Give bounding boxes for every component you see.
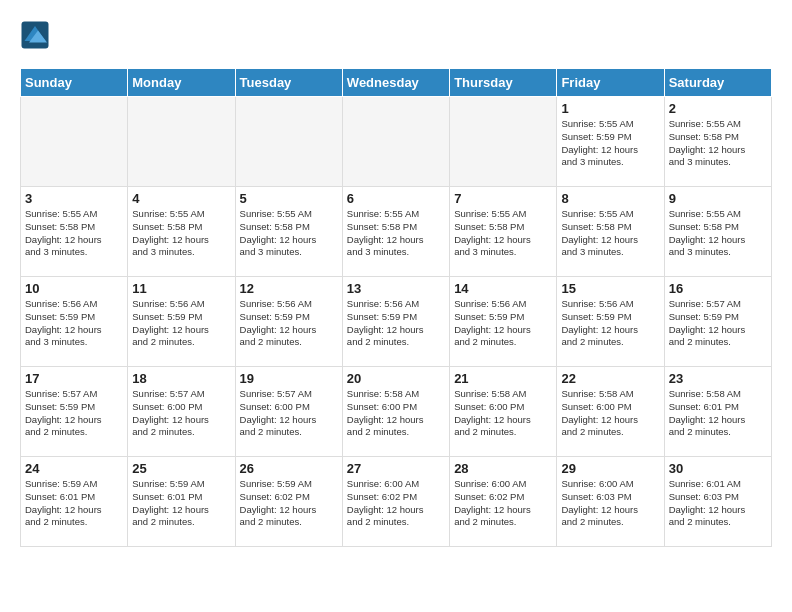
day-number: 10 bbox=[25, 281, 123, 296]
day-info: Sunrise: 5:55 AM Sunset: 5:59 PM Dayligh… bbox=[561, 118, 659, 169]
calendar-cell: 12Sunrise: 5:56 AM Sunset: 5:59 PM Dayli… bbox=[235, 277, 342, 367]
day-number: 12 bbox=[240, 281, 338, 296]
calendar-cell: 30Sunrise: 6:01 AM Sunset: 6:03 PM Dayli… bbox=[664, 457, 771, 547]
calendar-cell: 18Sunrise: 5:57 AM Sunset: 6:00 PM Dayli… bbox=[128, 367, 235, 457]
calendar-week-1: 1Sunrise: 5:55 AM Sunset: 5:59 PM Daylig… bbox=[21, 97, 772, 187]
calendar-cell: 15Sunrise: 5:56 AM Sunset: 5:59 PM Dayli… bbox=[557, 277, 664, 367]
day-number: 24 bbox=[25, 461, 123, 476]
calendar-table: SundayMondayTuesdayWednesdayThursdayFrid… bbox=[20, 68, 772, 547]
day-number: 17 bbox=[25, 371, 123, 386]
day-number: 8 bbox=[561, 191, 659, 206]
calendar-cell: 10Sunrise: 5:56 AM Sunset: 5:59 PM Dayli… bbox=[21, 277, 128, 367]
day-number: 30 bbox=[669, 461, 767, 476]
day-number: 2 bbox=[669, 101, 767, 116]
day-number: 18 bbox=[132, 371, 230, 386]
day-info: Sunrise: 5:56 AM Sunset: 5:59 PM Dayligh… bbox=[240, 298, 338, 349]
day-number: 27 bbox=[347, 461, 445, 476]
calendar-body: 1Sunrise: 5:55 AM Sunset: 5:59 PM Daylig… bbox=[21, 97, 772, 547]
day-number: 25 bbox=[132, 461, 230, 476]
day-number: 23 bbox=[669, 371, 767, 386]
calendar-cell: 21Sunrise: 5:58 AM Sunset: 6:00 PM Dayli… bbox=[450, 367, 557, 457]
day-info: Sunrise: 5:55 AM Sunset: 5:58 PM Dayligh… bbox=[240, 208, 338, 259]
calendar-header-row: SundayMondayTuesdayWednesdayThursdayFrid… bbox=[21, 69, 772, 97]
day-number: 26 bbox=[240, 461, 338, 476]
calendar-cell: 13Sunrise: 5:56 AM Sunset: 5:59 PM Dayli… bbox=[342, 277, 449, 367]
day-info: Sunrise: 5:58 AM Sunset: 6:00 PM Dayligh… bbox=[561, 388, 659, 439]
logo-icon bbox=[20, 20, 50, 50]
day-info: Sunrise: 5:56 AM Sunset: 5:59 PM Dayligh… bbox=[454, 298, 552, 349]
day-number: 21 bbox=[454, 371, 552, 386]
day-info: Sunrise: 5:58 AM Sunset: 6:00 PM Dayligh… bbox=[347, 388, 445, 439]
calendar-cell: 1Sunrise: 5:55 AM Sunset: 5:59 PM Daylig… bbox=[557, 97, 664, 187]
day-number: 5 bbox=[240, 191, 338, 206]
calendar-cell bbox=[235, 97, 342, 187]
calendar-cell: 7Sunrise: 5:55 AM Sunset: 5:58 PM Daylig… bbox=[450, 187, 557, 277]
calendar-cell: 6Sunrise: 5:55 AM Sunset: 5:58 PM Daylig… bbox=[342, 187, 449, 277]
day-info: Sunrise: 5:59 AM Sunset: 6:01 PM Dayligh… bbox=[25, 478, 123, 529]
day-info: Sunrise: 5:57 AM Sunset: 6:00 PM Dayligh… bbox=[132, 388, 230, 439]
calendar-cell: 27Sunrise: 6:00 AM Sunset: 6:02 PM Dayli… bbox=[342, 457, 449, 547]
day-number: 6 bbox=[347, 191, 445, 206]
day-header-tuesday: Tuesday bbox=[235, 69, 342, 97]
calendar-cell: 14Sunrise: 5:56 AM Sunset: 5:59 PM Dayli… bbox=[450, 277, 557, 367]
day-number: 1 bbox=[561, 101, 659, 116]
calendar-cell: 20Sunrise: 5:58 AM Sunset: 6:00 PM Dayli… bbox=[342, 367, 449, 457]
day-number: 13 bbox=[347, 281, 445, 296]
day-info: Sunrise: 6:01 AM Sunset: 6:03 PM Dayligh… bbox=[669, 478, 767, 529]
calendar-cell: 22Sunrise: 5:58 AM Sunset: 6:00 PM Dayli… bbox=[557, 367, 664, 457]
day-info: Sunrise: 5:55 AM Sunset: 5:58 PM Dayligh… bbox=[669, 208, 767, 259]
day-info: Sunrise: 6:00 AM Sunset: 6:02 PM Dayligh… bbox=[454, 478, 552, 529]
day-header-thursday: Thursday bbox=[450, 69, 557, 97]
calendar-cell: 26Sunrise: 5:59 AM Sunset: 6:02 PM Dayli… bbox=[235, 457, 342, 547]
calendar-cell bbox=[450, 97, 557, 187]
calendar-cell: 9Sunrise: 5:55 AM Sunset: 5:58 PM Daylig… bbox=[664, 187, 771, 277]
calendar-cell bbox=[128, 97, 235, 187]
calendar-cell: 29Sunrise: 6:00 AM Sunset: 6:03 PM Dayli… bbox=[557, 457, 664, 547]
calendar-cell: 23Sunrise: 5:58 AM Sunset: 6:01 PM Dayli… bbox=[664, 367, 771, 457]
calendar-week-3: 10Sunrise: 5:56 AM Sunset: 5:59 PM Dayli… bbox=[21, 277, 772, 367]
day-info: Sunrise: 5:55 AM Sunset: 5:58 PM Dayligh… bbox=[347, 208, 445, 259]
calendar-cell: 5Sunrise: 5:55 AM Sunset: 5:58 PM Daylig… bbox=[235, 187, 342, 277]
day-header-monday: Monday bbox=[128, 69, 235, 97]
day-info: Sunrise: 5:56 AM Sunset: 5:59 PM Dayligh… bbox=[25, 298, 123, 349]
day-info: Sunrise: 5:55 AM Sunset: 5:58 PM Dayligh… bbox=[132, 208, 230, 259]
day-number: 7 bbox=[454, 191, 552, 206]
calendar-cell: 4Sunrise: 5:55 AM Sunset: 5:58 PM Daylig… bbox=[128, 187, 235, 277]
day-info: Sunrise: 5:55 AM Sunset: 5:58 PM Dayligh… bbox=[669, 118, 767, 169]
calendar-cell: 28Sunrise: 6:00 AM Sunset: 6:02 PM Dayli… bbox=[450, 457, 557, 547]
day-info: Sunrise: 5:57 AM Sunset: 5:59 PM Dayligh… bbox=[25, 388, 123, 439]
day-info: Sunrise: 5:59 AM Sunset: 6:02 PM Dayligh… bbox=[240, 478, 338, 529]
day-info: Sunrise: 5:58 AM Sunset: 6:01 PM Dayligh… bbox=[669, 388, 767, 439]
calendar-week-5: 24Sunrise: 5:59 AM Sunset: 6:01 PM Dayli… bbox=[21, 457, 772, 547]
day-number: 16 bbox=[669, 281, 767, 296]
calendar-cell: 25Sunrise: 5:59 AM Sunset: 6:01 PM Dayli… bbox=[128, 457, 235, 547]
calendar-week-4: 17Sunrise: 5:57 AM Sunset: 5:59 PM Dayli… bbox=[21, 367, 772, 457]
day-number: 22 bbox=[561, 371, 659, 386]
day-info: Sunrise: 5:56 AM Sunset: 5:59 PM Dayligh… bbox=[561, 298, 659, 349]
day-header-friday: Friday bbox=[557, 69, 664, 97]
day-info: Sunrise: 6:00 AM Sunset: 6:03 PM Dayligh… bbox=[561, 478, 659, 529]
calendar-cell: 16Sunrise: 5:57 AM Sunset: 5:59 PM Dayli… bbox=[664, 277, 771, 367]
day-number: 20 bbox=[347, 371, 445, 386]
calendar-cell: 8Sunrise: 5:55 AM Sunset: 5:58 PM Daylig… bbox=[557, 187, 664, 277]
day-header-sunday: Sunday bbox=[21, 69, 128, 97]
day-header-wednesday: Wednesday bbox=[342, 69, 449, 97]
day-number: 19 bbox=[240, 371, 338, 386]
day-number: 3 bbox=[25, 191, 123, 206]
day-info: Sunrise: 6:00 AM Sunset: 6:02 PM Dayligh… bbox=[347, 478, 445, 529]
calendar-week-2: 3Sunrise: 5:55 AM Sunset: 5:58 PM Daylig… bbox=[21, 187, 772, 277]
day-number: 28 bbox=[454, 461, 552, 476]
calendar-cell bbox=[342, 97, 449, 187]
day-info: Sunrise: 5:57 AM Sunset: 6:00 PM Dayligh… bbox=[240, 388, 338, 439]
day-info: Sunrise: 5:58 AM Sunset: 6:00 PM Dayligh… bbox=[454, 388, 552, 439]
logo bbox=[20, 20, 54, 50]
day-info: Sunrise: 5:55 AM Sunset: 5:58 PM Dayligh… bbox=[25, 208, 123, 259]
day-number: 4 bbox=[132, 191, 230, 206]
calendar-cell: 11Sunrise: 5:56 AM Sunset: 5:59 PM Dayli… bbox=[128, 277, 235, 367]
calendar-cell: 19Sunrise: 5:57 AM Sunset: 6:00 PM Dayli… bbox=[235, 367, 342, 457]
day-info: Sunrise: 5:56 AM Sunset: 5:59 PM Dayligh… bbox=[347, 298, 445, 349]
day-number: 11 bbox=[132, 281, 230, 296]
day-number: 29 bbox=[561, 461, 659, 476]
day-info: Sunrise: 5:55 AM Sunset: 5:58 PM Dayligh… bbox=[561, 208, 659, 259]
calendar-cell: 17Sunrise: 5:57 AM Sunset: 5:59 PM Dayli… bbox=[21, 367, 128, 457]
